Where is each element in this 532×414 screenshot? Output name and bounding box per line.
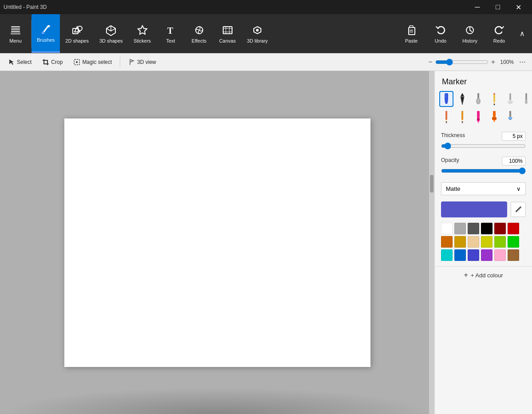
color-purple[interactable] [481, 249, 493, 261]
color-yellowgreen[interactable] [494, 236, 506, 248]
vertical-scrollbar[interactable] [429, 71, 434, 414]
minimize-button[interactable]: ─ [467, 0, 488, 14]
svg-rect-32 [525, 100, 528, 104]
brush-oil[interactable] [471, 91, 485, 107]
svg-rect-36 [461, 111, 463, 120]
color-goldenrod[interactable] [454, 236, 466, 248]
brush-pencil[interactable] [487, 91, 501, 107]
zoom-in-button[interactable]: + [491, 58, 495, 66]
collapse-panel-button[interactable]: ∧ [516, 28, 528, 39]
svg-rect-11 [409, 28, 415, 35]
brush-airbrush[interactable] [503, 91, 517, 107]
undo-button[interactable]: Undo [426, 21, 455, 46]
scrollbar-thumb[interactable] [430, 175, 433, 193]
3dview-button[interactable]: 3D view [124, 57, 161, 67]
brush-watercolor[interactable] [503, 109, 517, 125]
finish-section: Matte ∨ [435, 178, 532, 198]
brush-orange-marker[interactable] [487, 109, 501, 125]
color-blue[interactable] [454, 249, 466, 261]
titlebar: Untitled - Paint 3D ─ □ ✕ [0, 0, 532, 14]
color-medblue[interactable] [468, 249, 479, 261]
svg-point-46 [516, 210, 517, 212]
3dshapes-button[interactable]: 3D shapes [94, 14, 128, 53]
stickers-button[interactable]: Stickers [128, 14, 157, 53]
color-tan[interactable] [468, 236, 479, 248]
svg-rect-1 [11, 28, 20, 30]
menu-icon [9, 24, 22, 36]
color-black[interactable] [481, 223, 493, 234]
redo-button[interactable]: Redo [485, 21, 513, 46]
color-green[interactable] [508, 236, 519, 248]
color-swatch-main[interactable] [441, 201, 507, 217]
brush-colored-pencil[interactable] [439, 109, 453, 125]
text-icon: T [165, 24, 177, 36]
crop-button[interactable]: Crop [38, 57, 67, 67]
svg-text:T: T [167, 26, 173, 35]
svg-rect-31 [525, 93, 527, 100]
brush-pink-marker[interactable] [471, 109, 485, 125]
brush-smudge[interactable] [519, 91, 532, 107]
3dshapes-label: 3D shapes [99, 38, 123, 43]
color-lightgray[interactable] [454, 223, 466, 234]
color-darkred[interactable] [494, 223, 506, 234]
brush-calligraphy[interactable] [455, 91, 469, 107]
text-button[interactable]: T Text [157, 14, 185, 53]
svg-marker-17 [445, 100, 448, 104]
2dshapes-icon [71, 24, 83, 36]
svg-point-4 [42, 32, 44, 34]
svg-rect-45 [509, 111, 511, 117]
3dlibrary-button[interactable]: 3D library [242, 14, 273, 53]
add-color-button[interactable]: + + Add colour [435, 266, 532, 284]
svg-rect-39 [477, 111, 480, 118]
effects-button[interactable]: Effects [185, 14, 213, 53]
palette-row-2 [441, 236, 526, 248]
undo-icon [434, 24, 447, 36]
svg-marker-38 [461, 122, 463, 123]
svg-point-27 [508, 100, 513, 104]
svg-point-15 [76, 61, 78, 63]
crop-icon [42, 59, 49, 66]
color-white[interactable] [441, 223, 453, 234]
thickness-slider[interactable] [441, 142, 526, 150]
brush-orange-pencil[interactable] [455, 109, 469, 125]
opacity-section: Opacity 100% [435, 153, 532, 178]
color-cyan[interactable] [441, 249, 453, 261]
eyedropper-button[interactable] [511, 202, 526, 217]
color-brown[interactable] [508, 249, 519, 261]
zoom-slider[interactable] [435, 59, 489, 66]
svg-rect-42 [493, 111, 496, 117]
paste-button[interactable]: Paste [397, 21, 426, 46]
brush-grid [435, 91, 532, 128]
drawing-canvas[interactable] [64, 118, 370, 367]
3dview-flag-icon [128, 59, 135, 66]
select-button[interactable]: Select [4, 57, 36, 67]
2dshapes-button[interactable]: 2D shapes [60, 14, 94, 53]
canvas-area[interactable] [0, 71, 434, 414]
menu-button[interactable]: Menu [0, 14, 31, 53]
color-yellow[interactable] [481, 236, 493, 248]
history-label: History [462, 38, 477, 43]
maximize-button[interactable]: □ [488, 0, 508, 14]
color-orange[interactable] [441, 236, 453, 248]
undo-label: Undo [435, 38, 446, 43]
zoom-out-button[interactable]: − [428, 58, 432, 66]
history-icon [464, 24, 476, 36]
color-darkgray[interactable] [468, 223, 479, 234]
color-pink[interactable] [494, 249, 506, 261]
svg-rect-43 [492, 117, 497, 120]
effects-icon [193, 24, 205, 36]
more-options-button[interactable]: ··· [516, 57, 528, 67]
color-palette [435, 221, 532, 264]
3dlibrary-icon [251, 24, 264, 36]
finish-dropdown[interactable]: Matte ∨ [441, 182, 526, 195]
brushes-label: Brushes [37, 37, 55, 43]
magic-select-button[interactable]: Magic select [69, 57, 116, 67]
history-button[interactable]: History [456, 21, 484, 46]
magic-select-icon [73, 59, 80, 66]
close-button[interactable]: ✕ [508, 0, 528, 14]
brush-marker[interactable] [439, 91, 453, 107]
opacity-slider[interactable] [441, 167, 526, 174]
brushes-button[interactable]: Brushes [32, 14, 60, 53]
color-red[interactable] [508, 223, 519, 234]
canvas-button[interactable]: Canvas [213, 14, 242, 53]
